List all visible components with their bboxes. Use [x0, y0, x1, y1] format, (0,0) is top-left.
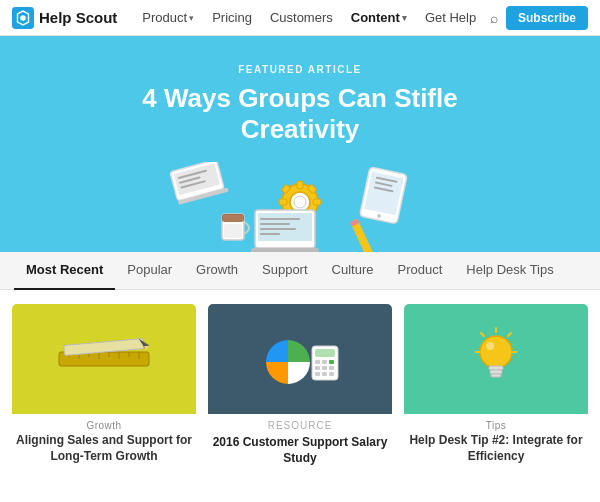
- card-1-title: Aligning Sales and Support for Long-Term…: [14, 433, 194, 464]
- hero-title: 4 Ways Groups Can Stifle Creativity: [90, 83, 510, 145]
- svg-rect-26: [260, 218, 300, 220]
- nav-customers[interactable]: Customers: [263, 6, 340, 29]
- cards-grid: Growth Aligning Sales and Support for Lo…: [12, 304, 588, 468]
- product-arrow-icon: ▾: [189, 13, 194, 23]
- subscribe-button[interactable]: Subscribe: [506, 6, 588, 30]
- svg-rect-62: [489, 366, 503, 370]
- svg-rect-12: [279, 199, 287, 205]
- svg-rect-59: [322, 372, 327, 376]
- nav-get-help[interactable]: Get Help: [418, 6, 483, 29]
- svg-rect-53: [322, 360, 327, 364]
- content-arrow-icon: ▾: [402, 13, 407, 23]
- svg-marker-48: [144, 346, 149, 350]
- hero-label: Featured Article: [20, 64, 580, 75]
- card-3-category: Tips: [406, 420, 586, 431]
- hero-svg: [150, 162, 450, 252]
- nav-right: ⌕ Subscribe: [490, 6, 588, 30]
- nav-pricing[interactable]: Pricing: [205, 6, 259, 29]
- svg-rect-57: [329, 366, 334, 370]
- tab-popular[interactable]: Popular: [115, 252, 184, 290]
- svg-rect-25: [251, 248, 319, 252]
- tab-growth[interactable]: Growth: [184, 252, 250, 290]
- card-resource[interactable]: RESOURCE 2016 Customer Support Salary St…: [208, 304, 392, 468]
- search-icon[interactable]: ⌕: [490, 10, 498, 26]
- hero-illustration: [20, 157, 580, 252]
- tab-support[interactable]: Support: [250, 252, 320, 290]
- svg-rect-56: [322, 366, 327, 370]
- svg-rect-54: [329, 360, 334, 364]
- svg-point-16: [294, 196, 306, 208]
- svg-rect-29: [260, 233, 280, 235]
- svg-point-61: [480, 336, 512, 368]
- navbar: Help Scout Product ▾ Pricing Customers C…: [0, 0, 600, 36]
- card-1-image: [12, 304, 196, 414]
- card-3-title: Help Desk Tip #2: Integrate for Efficien…: [406, 433, 586, 464]
- tab-most-recent[interactable]: Most Recent: [14, 252, 115, 290]
- hero-section: Featured Article 4 Ways Groups Can Stifl…: [0, 36, 600, 252]
- tab-culture[interactable]: Culture: [320, 252, 386, 290]
- card-3-svg: [446, 324, 546, 394]
- svg-rect-64: [491, 374, 501, 377]
- svg-rect-60: [329, 372, 334, 376]
- card-2-title: 2016 Customer Support Salary Study: [210, 435, 390, 466]
- logo-icon: [12, 7, 34, 29]
- tab-product[interactable]: Product: [385, 252, 454, 290]
- logo-text: Help Scout: [39, 9, 117, 26]
- nav-product[interactable]: Product ▾: [135, 6, 201, 29]
- svg-point-65: [486, 342, 494, 350]
- nav-links: Product ▾ Pricing Customers Content ▾ Ge…: [135, 6, 490, 29]
- svg-rect-52: [315, 360, 320, 364]
- svg-rect-31: [222, 214, 244, 222]
- svg-rect-58: [315, 372, 320, 376]
- card-tips[interactable]: Tips Help Desk Tip #2: Integrate for Eff…: [404, 304, 588, 468]
- card-1-category: Growth: [14, 420, 194, 431]
- svg-rect-51: [315, 349, 335, 357]
- svg-rect-27: [260, 223, 290, 225]
- nav-content[interactable]: Content ▾: [344, 6, 414, 29]
- svg-rect-10: [297, 181, 303, 189]
- card-2-svg: [250, 324, 350, 394]
- logo-link[interactable]: Help Scout: [12, 7, 117, 29]
- card-2-body: RESOURCE 2016 Customer Support Salary St…: [208, 414, 392, 468]
- svg-rect-55: [315, 366, 320, 370]
- card-1-svg: [54, 324, 154, 394]
- svg-rect-13: [313, 199, 321, 205]
- card-2-image: [208, 304, 392, 414]
- svg-rect-24: [258, 213, 312, 241]
- svg-line-67: [508, 333, 511, 336]
- card-2-resource-label: RESOURCE: [210, 420, 390, 431]
- svg-rect-32: [224, 224, 242, 238]
- svg-rect-28: [260, 228, 296, 230]
- tab-help-desk-tips[interactable]: Help Desk Tips: [454, 252, 565, 290]
- cards-section: Growth Aligning Sales and Support for Lo…: [0, 290, 600, 482]
- svg-rect-63: [490, 370, 502, 374]
- card-1-body: Growth Aligning Sales and Support for Lo…: [12, 414, 196, 466]
- card-growth[interactable]: Growth Aligning Sales and Support for Lo…: [12, 304, 196, 468]
- card-3-image: [404, 304, 588, 414]
- tabs-bar: Most Recent Popular Growth Support Cultu…: [0, 252, 600, 290]
- svg-line-68: [481, 333, 484, 336]
- svg-point-1: [20, 15, 26, 21]
- card-3-body: Tips Help Desk Tip #2: Integrate for Eff…: [404, 414, 588, 466]
